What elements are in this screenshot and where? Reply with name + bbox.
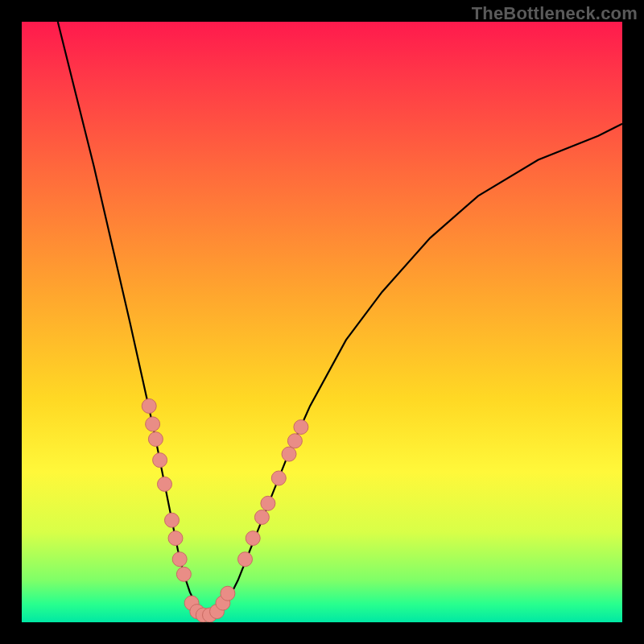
chart-plot-area (22, 22, 622, 622)
data-marker (238, 552, 253, 567)
data-marker (261, 496, 275, 510)
data-marker (176, 567, 191, 581)
watermark-text: TheBottleneck.com (472, 3, 638, 24)
marker-group (142, 398, 308, 622)
data-marker (146, 417, 160, 431)
data-marker (153, 453, 167, 468)
data-marker (254, 510, 269, 525)
data-marker (203, 608, 217, 622)
chart-frame: TheBottleneck.com (0, 0, 644, 644)
data-marker (221, 586, 235, 601)
data-marker (196, 608, 210, 622)
data-marker (287, 434, 302, 448)
data-marker (246, 531, 260, 546)
data-marker (168, 531, 183, 546)
data-marker (294, 420, 308, 435)
data-marker (184, 596, 199, 610)
data-marker (142, 398, 156, 413)
data-marker (271, 471, 286, 485)
data-marker (210, 605, 225, 619)
data-marker (282, 447, 296, 461)
data-marker (148, 432, 163, 447)
bottleneck-curve (58, 22, 622, 617)
chart-svg (22, 22, 622, 622)
data-marker (165, 513, 180, 527)
data-marker (158, 477, 172, 491)
data-marker (190, 605, 204, 619)
data-marker (172, 552, 187, 567)
data-marker (216, 596, 230, 610)
